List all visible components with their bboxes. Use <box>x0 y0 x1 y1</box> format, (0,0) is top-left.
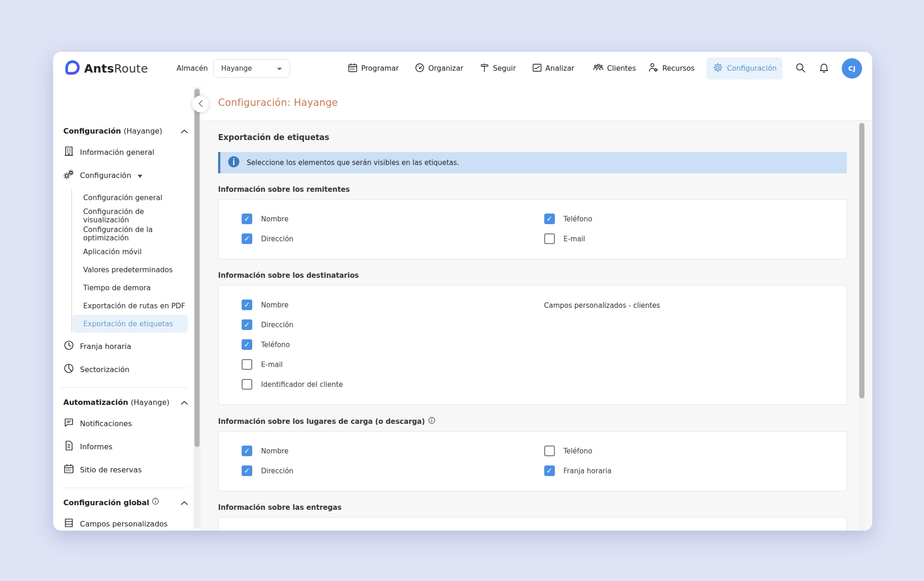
settings-sidebar: Configuración (Hayange) Información gene… <box>53 85 200 531</box>
checkbox[interactable] <box>544 214 555 224</box>
sidebar-subitem-tiempo-de-demora[interactable]: Tiempo de demora <box>72 279 188 297</box>
notifications-button[interactable] <box>818 62 830 75</box>
info-banner-text: Seleccione los elementos que serán visib… <box>247 159 459 167</box>
group-card: Nombre Dirección Teléfono <box>218 199 847 259</box>
sidebar-section-automatizacion[interactable]: Automatización (Hayange) <box>63 392 188 412</box>
nav-analizar[interactable]: Analizar <box>532 62 575 75</box>
checkbox-row-telefono[interactable]: Teléfono <box>544 209 847 229</box>
checkbox-row-telefono[interactable]: Teléfono <box>242 335 544 355</box>
group-title: Información sobre los lugares de carga (… <box>218 417 847 426</box>
checkbox-row-fecha-prevista[interactable]: Fecha prevista <box>242 527 544 531</box>
checkbox-row-nombre[interactable]: Nombre <box>242 295 544 315</box>
search-button[interactable] <box>795 62 806 75</box>
message-icon <box>63 417 74 430</box>
sidebar-section-configuracion[interactable]: Configuración (Hayange) <box>63 121 188 141</box>
sidebar-subitem-aplicacion-movil[interactable]: Aplicación móvil <box>72 243 188 261</box>
checkbox-row-nombre[interactable]: Nombre <box>242 441 544 461</box>
sidebar-scrollbar[interactable] <box>194 87 200 529</box>
sidebar-scrollbar-thumb[interactable] <box>195 89 200 447</box>
sidebar-item-informacion-general[interactable]: Información general <box>63 141 188 164</box>
brand-name: AntsRoute <box>84 62 148 75</box>
info-icon <box>428 417 435 426</box>
configuracion-sublist: Configuración general Configuración de v… <box>71 189 188 333</box>
sidebar-subitem-configuracion-general[interactable]: Configuración general <box>72 189 188 207</box>
search-icon <box>795 62 806 75</box>
checkbox[interactable] <box>242 300 252 310</box>
antsroute-logo-icon <box>65 60 80 77</box>
checkbox[interactable] <box>242 339 252 350</box>
group-lugares-carga: Información sobre los lugares de carga (… <box>218 417 847 491</box>
warehouse-select[interactable]: Hayange <box>213 59 290 78</box>
checkbox[interactable] <box>242 446 252 456</box>
checkbox[interactable] <box>242 233 252 244</box>
checkbox[interactable] <box>242 465 252 476</box>
chevron-up-icon <box>181 127 188 135</box>
checkbox-row-direccion[interactable]: Dirección <box>242 315 544 335</box>
checkbox[interactable] <box>544 465 555 476</box>
sidebar-subitem-exportacion-etiquetas[interactable]: Exportación de etiquetas <box>72 315 188 333</box>
sidebar-subitem-valores-predeterminados[interactable]: Valores predeterminados <box>72 261 188 279</box>
checkbox-row-identificador-cliente[interactable]: Identificador del cliente <box>242 374 544 394</box>
group-remitentes: Información sobre los remitentes Nombre … <box>218 185 847 259</box>
checkbox-row-email[interactable]: E-mail <box>242 355 544 374</box>
checkbox-row-email[interactable]: E-mail <box>544 229 847 249</box>
sidebar-item-configuracion[interactable]: Configuración <box>63 164 188 187</box>
sidebar-subitem-exportacion-rutas-pdf[interactable]: Exportación de rutas en PDF <box>72 297 188 315</box>
bell-icon <box>818 62 830 75</box>
sidebar-item-sectorizacion[interactable]: Sectorización <box>63 358 188 381</box>
building-icon <box>63 146 74 159</box>
checkbox-row-direccion[interactable]: Dirección <box>242 229 544 249</box>
checkbox[interactable] <box>242 359 252 370</box>
checkbox[interactable] <box>544 233 555 244</box>
page-title: Configuración: Hayange <box>218 97 338 108</box>
content-scrollbar[interactable] <box>858 122 865 531</box>
sidebar-item-franja-horaria[interactable]: Franja horaria <box>63 335 188 358</box>
brand-logo[interactable]: AntsRoute <box>65 60 148 77</box>
sidebar-divider <box>61 387 188 388</box>
navbar-right: Clientes Recursos <box>593 57 862 80</box>
group-destinatarios: Información sobre los destinatarios Nomb… <box>218 271 847 405</box>
nav-clientes[interactable]: Clientes <box>593 62 636 75</box>
sidebar-divider <box>61 488 188 488</box>
rows-icon <box>63 517 74 530</box>
warehouse-label: Almacén <box>176 64 207 73</box>
nav-organizar[interactable]: Organizar <box>414 62 463 75</box>
nav-programar[interactable]: Programar <box>347 62 399 75</box>
checkbox[interactable] <box>544 446 555 456</box>
collapse-sidebar-button[interactable] <box>192 96 209 112</box>
sidebar-subitem-configuracion-visualizacion[interactable]: Configuración de visualización <box>72 207 188 225</box>
group-title: Información sobre los destinatarios <box>218 271 847 280</box>
chart-icon <box>532 62 542 75</box>
sidebar-item-informes[interactable]: Informes <box>63 435 188 458</box>
sidebar-subitem-configuracion-optimizacion[interactable]: Configuración de la optimización <box>72 225 188 243</box>
sidebar-item-notificaciones[interactable]: Notificaciones <box>63 412 188 435</box>
nav-recursos[interactable]: Recursos <box>648 62 694 75</box>
checkbox-row-nombre[interactable]: Nombre <box>242 209 544 229</box>
app-window: AntsRoute Almacén Hayange Prog <box>53 52 872 531</box>
settings-content: Exportación de etiquetas Seleccione los … <box>201 120 872 531</box>
checkbox-row-direccion[interactable]: Dirección <box>242 461 544 481</box>
user-avatar[interactable]: CJ <box>842 58 862 79</box>
sidebar-section-configuracion-global[interactable]: Configuración global <box>63 493 188 512</box>
group-card: Nombre Dirección Teléfono <box>218 431 847 491</box>
nav-configuracion[interactable]: Configuración <box>706 57 783 80</box>
content-scrollbar-thumb[interactable] <box>859 123 864 398</box>
group-card: Nombre Dirección Teléfono <box>218 285 847 405</box>
section-heading: Exportación de etiquetas <box>218 133 847 142</box>
main-menu: Programar Organizar <box>347 62 574 75</box>
checkbox-row-franja-horaria[interactable]: Franja horaria <box>544 461 847 481</box>
group-title: Información sobre los remitentes <box>218 185 847 194</box>
calendar-icon <box>63 463 74 476</box>
group-card: Fecha prevista Campos personalizados - e… <box>218 517 847 531</box>
checkbox[interactable] <box>242 379 252 390</box>
gauge-icon <box>414 62 425 75</box>
sidebar-item-campos-personalizados[interactable]: Campos personalizados <box>63 512 188 531</box>
checkbox[interactable] <box>242 319 252 330</box>
checkbox[interactable] <box>242 214 252 224</box>
chevron-up-icon <box>181 498 188 507</box>
person-gear-icon <box>648 62 659 75</box>
sidebar-item-sitio-de-reservas[interactable]: Sitio de reservas <box>63 458 188 481</box>
custom-fields-clients-label: Campos personalizados - clientes <box>544 295 847 310</box>
checkbox-row-telefono[interactable]: Teléfono <box>544 441 847 461</box>
nav-seguir[interactable]: Seguir <box>479 62 516 75</box>
